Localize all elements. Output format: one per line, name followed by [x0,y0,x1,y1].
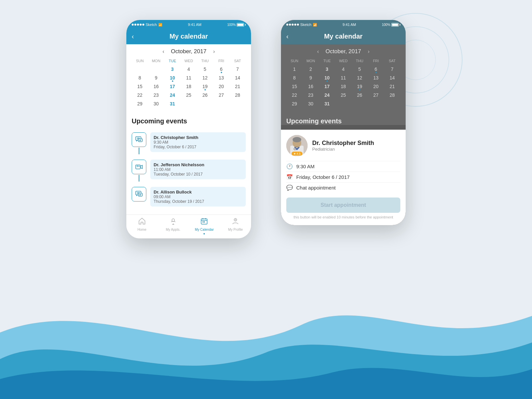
doctor-specialty: Pediatrician [312,147,400,152]
cal-day[interactable] [148,65,164,73]
list-item[interactable]: Dr. Jefferson Nichelsson 11:00 AM Tuesda… [132,157,246,184]
dow-wed-d: WED [335,58,351,64]
cal-day-d[interactable]: 24 [319,91,335,99]
cal-day-d[interactable]: 30 [303,99,319,108]
cal-day-d[interactable]: 27 [368,91,384,99]
cal-day[interactable]: 8 [132,73,148,82]
cal-day-d[interactable]: 23 [303,91,319,99]
cal-day[interactable]: 29 [132,99,148,108]
tab-appts-label: My Appts. [166,228,181,231]
cal-day-d[interactable]: 4 [335,65,351,73]
status-bar-light: Sketch 📶 9:41 AM 100% [126,20,251,29]
event-details[interactable]: Dr. Allison Bullock 09:00 AM Thursday, O… [150,187,246,206]
cal-day[interactable]: 31 [164,99,181,108]
prev-month-button[interactable]: ‹ [163,49,164,55]
cal-day-d[interactable]: 8 [286,73,303,82]
events-section-light: Upcoming events [126,112,251,214]
cal-day[interactable]: 24 [164,91,181,99]
next-month-dark[interactable]: › [368,49,369,55]
type-row: 💬 Chat appointment [286,182,400,193]
cal-day[interactable]: 15 [132,82,148,91]
next-month-button[interactable]: › [213,49,215,55]
start-appointment-button[interactable]: Start appointment [286,198,400,213]
cal-day[interactable] [132,65,148,73]
cal-day[interactable]: 4 [181,65,197,73]
cal-day[interactable]: 3 [164,65,181,73]
cal-day[interactable]: 10 [164,73,181,82]
cal-day-d[interactable]: 6 [368,65,384,73]
cal-day-d[interactable]: 10 [319,73,335,82]
cal-day-d[interactable]: 9 [303,73,319,82]
cal-day[interactable]: 28 [229,91,246,99]
cal-day-d[interactable]: 15 [286,82,303,91]
event-time: 9:30 AM [154,140,242,145]
cal-day[interactable]: 19 [197,82,213,91]
tab-calendar[interactable]: My Calendar [189,217,220,234]
cal-day-d[interactable]: 16 [303,82,319,91]
cal-day[interactable]: 20 [213,82,229,91]
back-button-dark[interactable]: ‹ [286,33,289,40]
back-button[interactable]: ‹ [132,33,134,40]
list-item[interactable]: Dr. Christopher Smith 9:30 AM Friday, Oc… [132,130,246,157]
cal-day[interactable]: 13 [213,73,229,82]
cal-day-d[interactable]: 25 [335,91,351,99]
cal-day-d[interactable]: 1 [286,65,303,73]
cal-day-d[interactable]: 28 [384,91,400,99]
list-item[interactable]: Dr. Allison Bullock 09:00 AM Thursday, O… [132,184,246,209]
cal-day[interactable]: 26 [197,91,213,99]
cal-day-d[interactable]: 11 [335,73,351,82]
cal-day[interactable]: 27 [213,91,229,99]
wifi-icon: 📶 [158,23,162,27]
cal-day-d[interactable]: 7 [384,65,400,73]
cal-day-d[interactable]: 31 [319,99,335,108]
carrier-label: Sketch [146,23,157,27]
cal-day-d [368,99,384,108]
tab-home[interactable]: Home [126,217,158,234]
cal-day[interactable]: 18 [181,82,197,91]
cal-day[interactable]: 23 [148,91,164,99]
page-title: My calendar [170,33,208,40]
cal-day-d [335,99,351,108]
cal-day-d[interactable]: 22 [286,91,303,99]
cal-day[interactable]: 6 [213,65,229,73]
cal-day[interactable]: 11 [181,73,197,82]
cal-day-d[interactable]: 21 [384,82,400,91]
event-list: Dr. Christopher Smith 9:30 AM Friday, Oc… [132,130,246,209]
tab-appointments[interactable]: My Appts. [158,217,189,234]
cal-day[interactable]: 16 [148,82,164,91]
prev-month-dark[interactable]: ‹ [317,49,319,55]
cal-day[interactable]: 17 [164,82,181,91]
cal-day[interactable]: 21 [229,82,246,91]
calendar-icon [200,217,208,227]
cal-day[interactable]: 14 [229,73,246,82]
doctor-info: Dr. Christopher Smith Pediatrician [312,140,400,152]
cal-day[interactable]: 5 [197,65,213,73]
event-date: Friday, October 6 / 2017 [154,145,242,149]
svg-point-32 [293,137,301,142]
cal-day-d[interactable]: 26 [351,91,368,99]
cal-day-d[interactable]: 2 [303,65,319,73]
cal-day-d[interactable]: 29 [286,99,303,108]
event-details[interactable]: Dr. Christopher Smith 9:30 AM Friday, Oc… [150,132,246,152]
cal-day[interactable]: 12 [197,73,213,82]
cal-day-d[interactable]: 13 [368,73,384,82]
cal-day-d[interactable]: 14 [384,73,400,82]
cal-day-d[interactable]: 17 [319,82,335,91]
cal-day-d[interactable]: 5 [351,65,368,73]
cal-day-d[interactable]: 20 [368,82,384,91]
chat-icon-2 [132,187,146,201]
cal-day[interactable]: 7 [229,65,246,73]
cal-day[interactable]: 30 [148,99,164,108]
cal-day-d[interactable]: 3 [319,65,335,73]
cal-day-d[interactable]: 12 [351,73,368,82]
cal-day[interactable]: 25 [181,91,197,99]
clock-icon: 🕐 [286,163,293,170]
battery-dark: 100% [382,23,400,27]
cal-day-d[interactable]: 18 [335,82,351,91]
tab-profile[interactable]: My Profile [220,217,251,234]
event-details[interactable]: Dr. Jefferson Nichelsson 11:00 AM Tuesda… [150,160,246,179]
date-row: 📅 Friday, October 6 / 2017 [286,172,400,182]
cal-day[interactable]: 9 [148,73,164,82]
cal-day-d[interactable]: 19 [351,82,368,91]
cal-day[interactable]: 22 [132,91,148,99]
